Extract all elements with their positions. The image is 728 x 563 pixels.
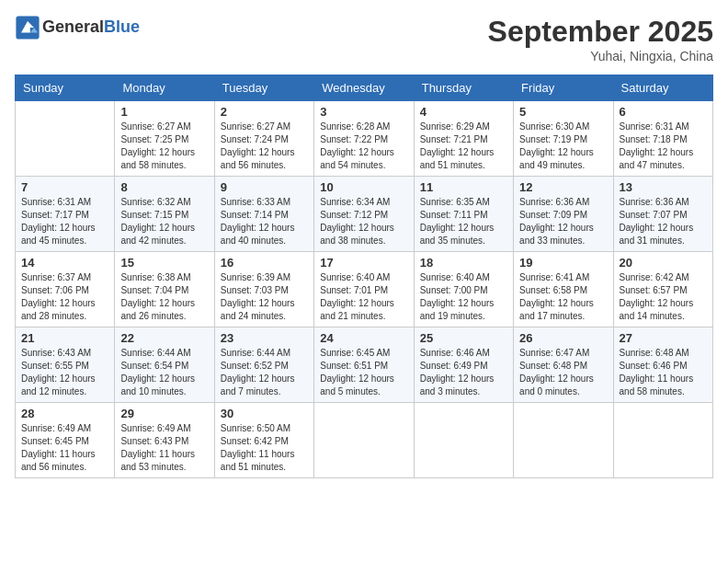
day-info: Sunrise: 6:27 AMSunset: 7:25 PMDaylight:… (120, 121, 208, 172)
day-of-week-header: Friday (514, 75, 613, 101)
calendar-cell (514, 403, 613, 478)
logo-blue: Blue (104, 17, 140, 36)
calendar-cell: 21Sunrise: 6:43 AMSunset: 6:55 PMDayligh… (16, 327, 115, 403)
day-number: 17 (320, 256, 407, 270)
logo-icon (15, 15, 40, 40)
day-number: 22 (120, 331, 208, 345)
calendar-cell: 6Sunrise: 6:31 AMSunset: 7:18 PMDaylight… (613, 101, 712, 177)
day-number: 23 (221, 331, 308, 345)
day-number: 16 (221, 256, 308, 270)
calendar-cell: 27Sunrise: 6:48 AMSunset: 6:46 PMDayligh… (613, 327, 712, 403)
calendar-cell: 4Sunrise: 6:29 AMSunset: 7:21 PMDaylight… (414, 101, 513, 177)
calendar-cell: 13Sunrise: 6:36 AMSunset: 7:07 PMDayligh… (613, 177, 712, 252)
calendar-cell: 28Sunrise: 6:49 AMSunset: 6:45 PMDayligh… (16, 403, 115, 478)
day-number: 29 (120, 407, 208, 420)
day-info: Sunrise: 6:40 AMSunset: 7:00 PMDaylight:… (420, 271, 507, 323)
calendar-cell: 30Sunrise: 6:50 AMSunset: 6:42 PMDayligh… (214, 403, 313, 478)
calendar-week-row: 14Sunrise: 6:37 AMSunset: 7:06 PMDayligh… (16, 252, 713, 327)
calendar-cell: 26Sunrise: 6:47 AMSunset: 6:48 PMDayligh… (514, 327, 613, 403)
logo-general: General (42, 17, 104, 36)
calendar-cell: 16Sunrise: 6:39 AMSunset: 7:03 PMDayligh… (214, 252, 313, 327)
location: Yuhai, Ningxia, China (488, 49, 713, 63)
calendar-cell: 7Sunrise: 6:31 AMSunset: 7:17 PMDaylight… (16, 177, 115, 252)
day-info: Sunrise: 6:40 AMSunset: 7:01 PMDaylight:… (320, 271, 407, 323)
day-info: Sunrise: 6:30 AMSunset: 7:19 PMDaylight:… (519, 121, 607, 172)
day-of-week-header: Thursday (414, 75, 513, 101)
day-number: 13 (620, 180, 707, 194)
logo: GeneralBlue (15, 15, 140, 40)
calendar-cell (314, 403, 414, 478)
day-info: Sunrise: 6:49 AMSunset: 6:45 PMDaylight:… (21, 422, 108, 474)
calendar-cell: 29Sunrise: 6:49 AMSunset: 6:43 PMDayligh… (115, 403, 214, 478)
day-of-week-header: Sunday (16, 75, 115, 101)
day-info: Sunrise: 6:36 AMSunset: 7:07 PMDaylight:… (620, 196, 707, 247)
day-info: Sunrise: 6:38 AMSunset: 7:04 PMDaylight:… (120, 271, 208, 323)
calendar-cell: 2Sunrise: 6:27 AMSunset: 7:24 PMDaylight… (214, 101, 313, 177)
day-number: 2 (221, 105, 308, 119)
calendar-cell: 15Sunrise: 6:38 AMSunset: 7:04 PMDayligh… (115, 252, 214, 327)
calendar-week-row: 7Sunrise: 6:31 AMSunset: 7:17 PMDaylight… (16, 177, 713, 252)
day-number: 12 (519, 180, 607, 194)
day-info: Sunrise: 6:42 AMSunset: 6:57 PMDaylight:… (620, 271, 707, 323)
day-of-week-header: Tuesday (214, 75, 313, 101)
calendar-cell: 12Sunrise: 6:36 AMSunset: 7:09 PMDayligh… (514, 177, 613, 252)
day-number: 15 (120, 256, 208, 270)
calendar-cell: 9Sunrise: 6:33 AMSunset: 7:14 PMDaylight… (214, 177, 313, 252)
day-number: 28 (21, 407, 108, 420)
calendar-cell: 17Sunrise: 6:40 AMSunset: 7:01 PMDayligh… (314, 252, 414, 327)
day-info: Sunrise: 6:44 AMSunset: 6:52 PMDaylight:… (221, 347, 308, 398)
day-number: 27 (620, 331, 707, 345)
day-info: Sunrise: 6:34 AMSunset: 7:12 PMDaylight:… (320, 196, 407, 247)
day-info: Sunrise: 6:47 AMSunset: 6:48 PMDaylight:… (519, 347, 607, 398)
day-number: 30 (221, 407, 308, 420)
calendar-cell: 14Sunrise: 6:37 AMSunset: 7:06 PMDayligh… (16, 252, 115, 327)
day-info: Sunrise: 6:44 AMSunset: 6:54 PMDaylight:… (120, 347, 208, 398)
day-number: 14 (21, 256, 108, 270)
day-number: 25 (420, 331, 507, 345)
day-number: 24 (320, 331, 407, 345)
title-block: September 2025 Yuhai, Ningxia, China (488, 15, 713, 63)
day-info: Sunrise: 6:43 AMSunset: 6:55 PMDaylight:… (21, 347, 108, 398)
day-info: Sunrise: 6:36 AMSunset: 7:09 PMDaylight:… (519, 196, 607, 247)
day-number: 19 (519, 256, 607, 270)
day-info: Sunrise: 6:37 AMSunset: 7:06 PMDaylight:… (21, 271, 108, 323)
day-number: 9 (221, 180, 308, 194)
calendar-week-row: 1Sunrise: 6:27 AMSunset: 7:25 PMDaylight… (16, 101, 713, 177)
logo-text: GeneralBlue (42, 18, 140, 37)
calendar-cell: 8Sunrise: 6:32 AMSunset: 7:15 PMDaylight… (115, 177, 214, 252)
calendar-week-row: 21Sunrise: 6:43 AMSunset: 6:55 PMDayligh… (16, 327, 713, 403)
calendar-cell: 22Sunrise: 6:44 AMSunset: 6:54 PMDayligh… (115, 327, 214, 403)
calendar-table: SundayMondayTuesdayWednesdayThursdayFrid… (15, 75, 713, 478)
day-of-week-header: Wednesday (314, 75, 414, 101)
calendar-cell: 19Sunrise: 6:41 AMSunset: 6:58 PMDayligh… (514, 252, 613, 327)
day-number: 21 (21, 331, 108, 345)
calendar-header-row: SundayMondayTuesdayWednesdayThursdayFrid… (16, 75, 713, 101)
day-info: Sunrise: 6:48 AMSunset: 6:46 PMDaylight:… (620, 347, 707, 398)
calendar-cell (16, 101, 115, 177)
day-info: Sunrise: 6:46 AMSunset: 6:49 PMDaylight:… (420, 347, 507, 398)
calendar-cell: 24Sunrise: 6:45 AMSunset: 6:51 PMDayligh… (314, 327, 414, 403)
day-number: 6 (620, 105, 707, 119)
day-of-week-header: Saturday (613, 75, 712, 101)
calendar-week-row: 28Sunrise: 6:49 AMSunset: 6:45 PMDayligh… (16, 403, 713, 478)
day-info: Sunrise: 6:50 AMSunset: 6:42 PMDaylight:… (221, 422, 308, 474)
day-info: Sunrise: 6:32 AMSunset: 7:15 PMDaylight:… (120, 196, 208, 247)
day-info: Sunrise: 6:29 AMSunset: 7:21 PMDaylight:… (420, 121, 507, 172)
day-of-week-header: Monday (115, 75, 214, 101)
calendar-cell: 10Sunrise: 6:34 AMSunset: 7:12 PMDayligh… (314, 177, 414, 252)
day-number: 8 (120, 180, 208, 194)
day-number: 18 (420, 256, 507, 270)
month-title: September 2025 (488, 15, 713, 49)
day-number: 11 (420, 180, 507, 194)
calendar-cell: 18Sunrise: 6:40 AMSunset: 7:00 PMDayligh… (414, 252, 513, 327)
day-number: 5 (519, 105, 607, 119)
calendar-cell (613, 403, 712, 478)
day-info: Sunrise: 6:45 AMSunset: 6:51 PMDaylight:… (320, 347, 407, 398)
day-number: 7 (21, 180, 108, 194)
day-number: 26 (519, 331, 607, 345)
calendar-cell: 11Sunrise: 6:35 AMSunset: 7:11 PMDayligh… (414, 177, 513, 252)
day-info: Sunrise: 6:41 AMSunset: 6:58 PMDaylight:… (519, 271, 607, 323)
calendar-cell: 3Sunrise: 6:28 AMSunset: 7:22 PMDaylight… (314, 101, 414, 177)
calendar-cell (414, 403, 513, 478)
calendar-cell: 25Sunrise: 6:46 AMSunset: 6:49 PMDayligh… (414, 327, 513, 403)
